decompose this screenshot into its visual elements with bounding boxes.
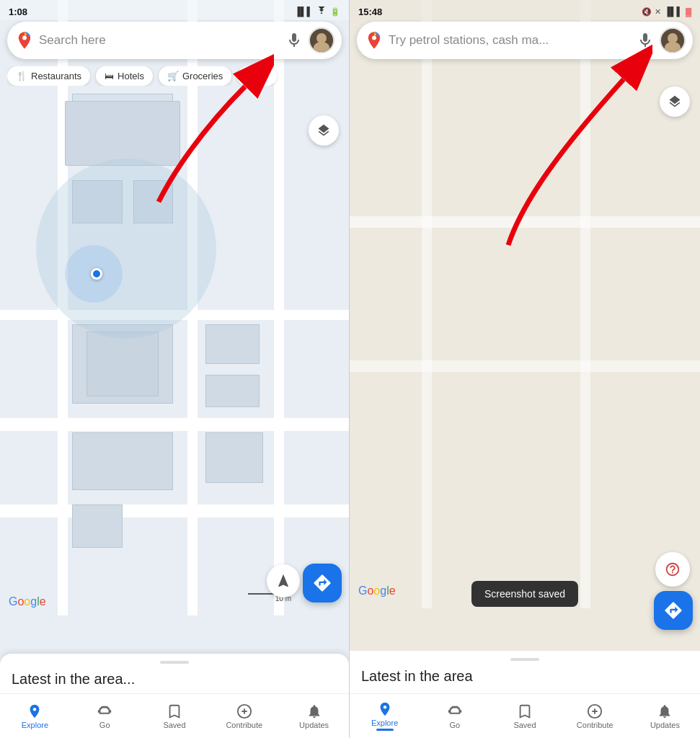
phone-right: 15:48 🔇 ✕ ▐▌▌ ▓ Try petrol stations, cas… xyxy=(350,0,700,738)
location-dot xyxy=(91,268,102,280)
category-pills-left: 🍴 Restaurants 🛏 Hotels 🛒 Groceries ⛽ G xyxy=(7,66,342,86)
pill-label: G xyxy=(261,71,268,81)
pill-gas[interactable]: ⛽ G xyxy=(237,66,277,86)
nav-explore-right[interactable]: Explore xyxy=(350,701,420,731)
search-bar-left[interactable]: Search here xyxy=(7,22,342,59)
time-right: 15:48 xyxy=(358,6,382,17)
map-right xyxy=(350,0,700,608)
pill-label: Groceries xyxy=(182,71,223,81)
pill-groceries[interactable]: 🛒 Groceries xyxy=(159,66,231,86)
avatar-right[interactable] xyxy=(660,27,686,53)
contribute-icon-right xyxy=(587,703,603,719)
nav-updates-right[interactable]: Updates xyxy=(630,703,700,729)
avatar-left[interactable] xyxy=(309,27,335,53)
nav-saved-left[interactable]: Saved xyxy=(140,703,210,729)
nav-updates-left[interactable]: Updates xyxy=(279,703,349,729)
sheet-handle-left xyxy=(160,661,189,664)
help-icon-right xyxy=(665,561,681,577)
mic-icon-right[interactable] xyxy=(637,32,654,49)
snackbar-text: Screenshot saved xyxy=(484,588,565,600)
nav-label-explore-right: Explore xyxy=(371,719,398,727)
status-bar-right: 15:48 🔇 ✕ ▐▌▌ ▓ xyxy=(350,0,700,20)
go-icon-left xyxy=(97,703,112,719)
nav-explore-left[interactable]: Explore xyxy=(0,703,70,729)
nav-label-go-right: Go xyxy=(449,721,460,729)
signal-x-icon-right: ✕ xyxy=(655,7,661,17)
saved-icon-left xyxy=(167,703,182,719)
explore-icon-right xyxy=(377,701,393,717)
bottom-sheet-left: Latest in the area... xyxy=(0,654,349,695)
explore-active-indicator xyxy=(376,729,394,731)
pill-label: Hotels xyxy=(118,71,144,81)
contribute-icon-left xyxy=(236,703,252,719)
search-placeholder-right: Try petrol stations, cash ma... xyxy=(389,33,637,48)
mic-icon-left[interactable] xyxy=(285,32,303,49)
directions-fab-right[interactable] xyxy=(654,591,693,630)
nav-label-explore-left: Explore xyxy=(22,721,48,729)
pill-label: Restaurants xyxy=(31,71,81,81)
nav-label-updates-left: Updates xyxy=(299,721,329,729)
google-logo-right: Google xyxy=(358,584,396,597)
updates-icon-right xyxy=(657,703,673,719)
maps-logo-left xyxy=(14,30,35,50)
go-icon-right xyxy=(447,703,463,719)
nav-label-saved-left: Saved xyxy=(163,721,185,729)
sheet-title-left: Latest in the area... xyxy=(12,671,337,688)
pill-restaurants[interactable]: 🍴 Restaurants xyxy=(7,66,90,86)
layers-icon-left xyxy=(316,123,331,138)
bottom-nav-left: Explore Go Saved Contribute Updates xyxy=(0,693,349,738)
saved-icon-right xyxy=(517,703,533,719)
layers-icon-right xyxy=(668,94,682,109)
snackbar-right: Screenshot saved xyxy=(471,581,578,607)
nav-go-left[interactable]: Go xyxy=(70,703,140,729)
explore-icon-left xyxy=(27,703,43,719)
pill-hotels[interactable]: 🛏 Hotels xyxy=(96,66,153,86)
nav-go-right[interactable]: Go xyxy=(420,703,489,729)
nav-contribute-right[interactable]: Contribute xyxy=(560,703,630,729)
help-btn-right[interactable] xyxy=(655,552,690,587)
nav-label-updates-right: Updates xyxy=(650,721,680,729)
updates-icon-left xyxy=(306,703,322,719)
nav-label-saved-right: Saved xyxy=(513,721,536,729)
signal-icon-left: ▐▌▌ xyxy=(294,6,313,17)
nav-saved-right[interactable]: Saved xyxy=(489,703,559,729)
nav-label-contribute-right: Contribute xyxy=(577,721,613,729)
svg-point-0 xyxy=(22,36,27,40)
mute-icon-right: 🔇 xyxy=(642,7,652,17)
nav-label-go-left: Go xyxy=(99,721,110,729)
sheet-title-right: Latest in the area xyxy=(361,668,688,685)
phone-left: 1:08 ▐▌▌ 🔋 Search here 🍴 Restaura xyxy=(0,0,350,738)
status-bar-left: 1:08 ▐▌▌ 🔋 xyxy=(0,0,349,20)
directions-icon-left xyxy=(312,573,332,593)
nav-contribute-left[interactable]: Contribute xyxy=(209,703,279,729)
search-placeholder-left: Search here xyxy=(39,33,285,48)
directions-icon-right xyxy=(663,600,683,621)
battery-icon-right: ▓ xyxy=(686,7,691,16)
battery-icon-left: 🔋 xyxy=(330,7,340,17)
compass-icon-left xyxy=(275,573,291,589)
bottom-sheet-right: Latest in the area xyxy=(350,651,700,693)
search-bar-right[interactable]: Try petrol stations, cash ma... xyxy=(357,22,693,59)
svg-point-3 xyxy=(372,36,376,40)
map-left xyxy=(0,0,349,615)
wifi-icon-left xyxy=(316,6,327,17)
compass-btn-left[interactable] xyxy=(267,564,300,597)
signal-icon-right: ▐▌▌ xyxy=(664,6,683,17)
google-logo-left: Google xyxy=(9,595,46,608)
layers-btn-right[interactable] xyxy=(660,86,690,117)
nav-label-contribute-left: Contribute xyxy=(226,721,262,729)
sheet-handle-right xyxy=(510,658,539,661)
layers-btn-left[interactable] xyxy=(309,115,339,146)
maps-logo-right xyxy=(364,30,384,50)
directions-fab-left[interactable] xyxy=(303,564,342,603)
time-left: 1:08 xyxy=(9,6,27,17)
bottom-nav-right: Explore Go Saved Contribute xyxy=(350,693,700,738)
